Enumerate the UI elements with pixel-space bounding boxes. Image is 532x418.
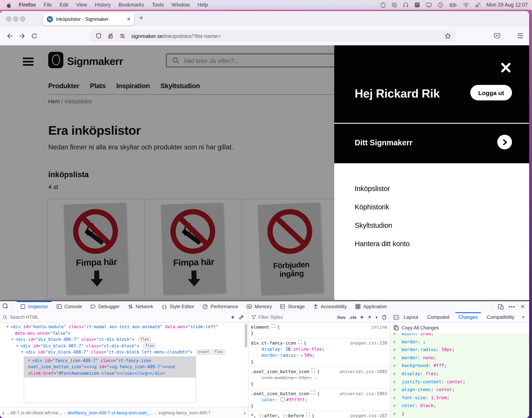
markup-scrollbar[interactable]: [245, 324, 247, 347]
devtools-tab-memory[interactable]: Memory: [242, 301, 276, 312]
menubar-item-file[interactable]: File: [44, 2, 52, 8]
property-name[interactable]: border-radius: [262, 353, 296, 358]
selector-highlighter-icon[interactable]: [311, 391, 315, 394]
rule-selector[interactable]: *, ::after, ::before: [251, 413, 304, 418]
breadcrumb-scroll-right[interactable]: ›: [241, 410, 248, 416]
menubar-clock[interactable]: Mon 29 Aug 12:07: [486, 2, 528, 8]
rule-source-link[interactable]: inline: [368, 324, 387, 330]
devtools-tab-console[interactable]: Console: [52, 301, 86, 312]
copy-all-changes-button[interactable]: Copy All Changes: [390, 323, 529, 333]
markup-tree[interactable]: ▼ <div id="konto-module" class="ct-modal…: [0, 323, 248, 403]
css-declaration[interactable]: display: inline-flex;: [251, 346, 387, 352]
css-rules[interactable]: element{inline}div.ct-fancy-icon{oxygen.…: [248, 323, 390, 418]
markup-search-bar[interactable]: Search HTML +: [0, 312, 248, 323]
markup-node[interactable]: ▼ <div id="div_block-406-7" class="ct-di…: [0, 336, 248, 343]
app-menu-icon[interactable]: [517, 33, 523, 38]
apple-logo-icon[interactable]: [6, 2, 11, 8]
css-rule[interactable]: .oxel_icon_button_icon{universal.css:188…: [248, 389, 390, 411]
print-sim-icon[interactable]: [382, 315, 387, 320]
menubar-item-edit[interactable]: Edit: [60, 2, 68, 8]
property-value[interactable]: 10px: [299, 375, 309, 381]
devtools-tab-inspector[interactable]: Inspector: [16, 301, 52, 312]
markup-node[interactable]: ▼ <div id="konto-module" class="ct-modal…: [0, 324, 248, 330]
account-menu-item[interactable]: Hantera ditt konto: [355, 240, 529, 248]
flex-highlighter-icon[interactable]: [285, 347, 291, 351]
menubar-item-history[interactable]: History: [95, 2, 111, 8]
battery-icon[interactable]: [449, 3, 457, 7]
responsive-design-icon[interactable]: [497, 304, 504, 310]
back-button[interactable]: [7, 33, 13, 39]
property-name[interactable]: display: [262, 347, 280, 352]
property-value[interactable]: #ffffff: [286, 397, 305, 403]
css-rule[interactable]: div.ct-fancy-icon{oxygen.css:238display:…: [248, 338, 390, 367]
menubar-app-name[interactable]: Firefox: [19, 2, 36, 8]
markup-breadcrumb-item[interactable]: svg#svg-fancy_icon-409-7: [158, 410, 211, 415]
play-circle-icon[interactable]: [437, 2, 443, 8]
browser-tab[interactable]: W Inköpslistor - Signmaker ✕: [43, 13, 134, 25]
bookmark-star-icon[interactable]: [445, 33, 451, 39]
devtools-tab-application[interactable]: Application: [351, 301, 391, 312]
account-section[interactable]: Ditt Signmakerr: [334, 124, 529, 163]
rule-source-link[interactable]: oxygen.css:187: [347, 413, 387, 418]
changes-diff[interactable]: +width: 3rem;+border: ;+border-radius: 5…: [390, 333, 529, 418]
selector-highlighter-icon[interactable]: [272, 324, 275, 328]
chevron-right-icon[interactable]: [497, 135, 512, 149]
pocket-icon[interactable]: [494, 32, 501, 39]
mouse-icon[interactable]: [380, 2, 386, 8]
permissions-icon[interactable]: [119, 33, 125, 39]
tab-close-icon[interactable]: ✕: [127, 16, 131, 22]
markup-breadcrumb-item[interactable]: ...08-7.ct-div-block.left-me...: [7, 410, 62, 415]
wifi-icon[interactable]: [463, 2, 469, 7]
account-menu-item[interactable]: Skyltstudion: [355, 221, 529, 230]
node-picker-icon[interactable]: [2, 303, 9, 310]
account-menu-item[interactable]: Inköpslistor: [355, 185, 529, 193]
devtools-tab-accessibility[interactable]: Accessibility: [309, 301, 351, 312]
close-icon[interactable]: [500, 62, 512, 74]
traffic-light-close[interactable]: [6, 16, 12, 22]
account-menu-item[interactable]: Köphistorik: [355, 203, 529, 211]
rule-source-link[interactable]: universal.css:1883: [336, 391, 387, 397]
sidebar-tab-computed[interactable]: Computed: [423, 312, 454, 322]
keypad-icon[interactable]: [414, 2, 420, 8]
rule-selector[interactable]: div.ct-fancy-icon: [251, 340, 296, 346]
traffic-light-zoom[interactable]: [20, 16, 25, 22]
rule-source-link[interactable]: oxygen.css:238: [347, 340, 387, 346]
forward-button[interactable]: [19, 33, 25, 39]
rule-selector[interactable]: .oxel_icon_button_icon: [251, 369, 309, 375]
selected-node[interactable]: ▼ <div id="fancy_icon-409-7" class="ct-f…: [24, 357, 196, 378]
add-node-icon[interactable]: +: [231, 315, 235, 319]
new-tab-button[interactable]: +: [139, 13, 144, 23]
rule-source-link[interactable]: universal.css:1885: [336, 369, 387, 375]
rule-selector[interactable]: .oxel_icon_button_icon: [251, 391, 309, 397]
duplicate-icon[interactable]: [391, 2, 397, 8]
display-icon[interactable]: [425, 2, 432, 8]
reload-button[interactable]: [31, 33, 37, 39]
property-value[interactable]: 50%: [304, 353, 312, 358]
devtools-tab-debugger[interactable]: Debugger: [86, 301, 124, 312]
breadcrumb-scroll-left[interactable]: ‹: [0, 410, 7, 416]
css-rule[interactable]: element{inline}: [248, 323, 390, 338]
eyedropper-icon[interactable]: [239, 314, 244, 320]
sidebar-tab-changes[interactable]: Changes: [454, 312, 482, 322]
add-rule-icon[interactable]: +: [360, 315, 364, 319]
menubar-item-bookmarks[interactable]: Bookmarks: [119, 2, 144, 8]
devtools-tab-style-editor[interactable]: {}Style Editor: [157, 301, 198, 312]
url-bar[interactable]: signmaker.se/inkopslistor/?list-name=: [90, 30, 455, 42]
property-name[interactable]: color: [262, 397, 275, 403]
meatball-menu-icon[interactable]: •••: [508, 304, 515, 310]
menubar-item-help[interactable]: Help: [198, 2, 208, 8]
devtools-tab-performance[interactable]: Performance: [198, 301, 242, 312]
modal-overlay[interactable]: [0, 45, 334, 300]
selector-highlighter-icon[interactable]: [306, 413, 310, 416]
logout-button[interactable]: Logga ut: [470, 85, 512, 100]
shield-icon[interactable]: [96, 33, 102, 39]
markup-breadcrumb-item[interactable]: div#fancy_icon-409-7.ct-fancy-icon.oxel_…: [68, 410, 153, 415]
headphones-icon[interactable]: [403, 2, 408, 8]
color-swatch[interactable]: [280, 397, 285, 402]
devtools-tab-network[interactable]: Network: [124, 301, 157, 312]
selector-highlighter-icon[interactable]: [298, 340, 302, 344]
sidebar-toggle-icon[interactable]: [393, 314, 399, 320]
menubar-item-tools[interactable]: Tools: [152, 2, 164, 8]
css-declaration[interactable]: color: #ffffff;: [251, 397, 387, 403]
property-name[interactable]: icon-padding: [262, 375, 293, 381]
